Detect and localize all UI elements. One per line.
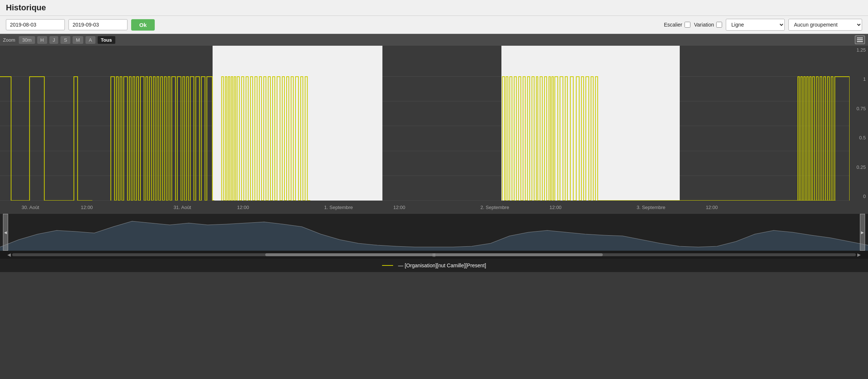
- y-label-0: 0: [863, 194, 866, 199]
- groupement-select[interactable]: Aucun groupement: [788, 19, 862, 31]
- y-label-025: 0.25: [857, 164, 866, 170]
- nav-handle-left[interactable]: ◀: [3, 214, 8, 251]
- variation-label: Variation: [694, 22, 714, 28]
- escalier-label: Escalier: [664, 22, 682, 28]
- zoom-tous-button[interactable]: Tous: [98, 36, 115, 44]
- y-axis: 1.25 1 0.75 0.5 0.25 0: [850, 46, 868, 201]
- nav-x-label-1sept: 1. Septembre: [326, 250, 351, 251]
- page-title: Historique: [6, 3, 46, 12]
- scroll-center-handle[interactable]: |||: [430, 252, 438, 258]
- x-label-1200-4: 12:00: [550, 205, 562, 210]
- zoom-j-button[interactable]: J: [49, 36, 59, 44]
- x-label-2sept: 2. Septembre: [480, 205, 509, 210]
- nav-handle-right-icon: ▶: [861, 230, 864, 234]
- navigator: 30. Août 30. Août 1. Septembre 2. Septem…: [0, 214, 868, 251]
- x-label-1200-2: 12:00: [237, 205, 249, 210]
- nav-handle-right[interactable]: ▶: [860, 214, 865, 251]
- x-axis: 30. Août 12:00 31. Août 12:00 1. Septemb…: [0, 201, 868, 214]
- scroll-right-arrow[interactable]: ▶: [857, 252, 861, 257]
- chart-area: .sig { stroke: #cccc00; stroke-width: 2;…: [0, 46, 868, 201]
- page-header: Historique: [0, 0, 868, 16]
- zoom-bar: Zoom 30m H J S M A Tous: [0, 34, 868, 46]
- chart-container: Zoom 30m H J S M A Tous: [0, 34, 868, 272]
- scroll-thumb[interactable]: |||: [265, 253, 603, 256]
- variation-checkbox-group: Variation: [694, 22, 722, 28]
- escalier-checkbox[interactable]: [685, 22, 690, 28]
- x-label-31aout: 31. Août: [174, 205, 191, 210]
- y-label-125: 1.25: [857, 47, 866, 53]
- date-from-input[interactable]: [6, 19, 65, 30]
- zoom-s-button[interactable]: S: [60, 36, 70, 44]
- ok-button[interactable]: Ok: [131, 19, 155, 31]
- legend-line-icon: [382, 265, 393, 266]
- navigator-svg: [0, 214, 868, 251]
- nav-x-label-30aout: 30. Août: [23, 250, 38, 251]
- escalier-checkbox-group: Escalier: [664, 22, 690, 28]
- controls-bar: Ok Escalier Variation Ligne Aucun groupe…: [0, 16, 868, 34]
- x-label-1200-3: 12:00: [393, 205, 405, 210]
- zoom-label: Zoom: [3, 37, 15, 43]
- chart-svg: .sig { stroke: #cccc00; stroke-width: 2;…: [0, 46, 850, 201]
- x-label-3sept: 3. Septembre: [637, 205, 665, 210]
- zoom-a-button[interactable]: A: [85, 36, 95, 44]
- legend-bar: — [Organisation][nut Camille][Present]: [0, 259, 868, 272]
- y-label-05: 0.5: [859, 135, 866, 140]
- chart-menu-button[interactable]: [855, 35, 865, 44]
- legend-label: — [Organisation][nut Camille][Present]: [398, 262, 486, 268]
- ligne-select[interactable]: Ligne: [726, 19, 785, 31]
- nav-x-label-2sept: 2. Septembre: [483, 250, 507, 251]
- y-label-1: 1: [863, 76, 866, 82]
- x-label-1200-5: 12:00: [706, 205, 718, 210]
- variation-checkbox[interactable]: [716, 22, 722, 28]
- scroll-track[interactable]: |||: [12, 253, 856, 256]
- chart-plot: .sig { stroke: #cccc00; stroke-width: 2;…: [0, 46, 850, 201]
- zoom-h-button[interactable]: H: [37, 36, 47, 44]
- scrollbar-area: ◀ ||| ▶: [0, 251, 868, 259]
- nav-x-label-30aout2: 30. Août: [166, 250, 181, 251]
- x-label-1sept: 1. Septembre: [324, 205, 353, 210]
- y-label-075: 0.75: [857, 106, 866, 111]
- zoom-30m-button[interactable]: 30m: [19, 36, 35, 44]
- x-label-30aout: 30. Août: [22, 205, 39, 210]
- nav-x-label-3sept: 3. Septembre: [639, 250, 663, 251]
- zoom-m-button[interactable]: M: [73, 36, 83, 44]
- date-to-input[interactable]: [69, 19, 127, 30]
- nav-handle-left-icon: ◀: [4, 230, 7, 234]
- scroll-left-arrow[interactable]: ◀: [7, 252, 11, 257]
- x-label-1200-1: 12:00: [81, 205, 93, 210]
